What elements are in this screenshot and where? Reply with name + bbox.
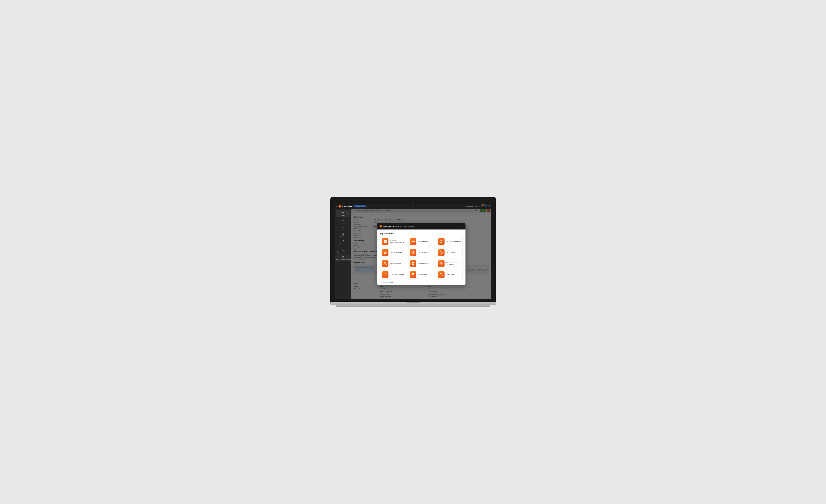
sidebar-item-importexport-label: My Import/Export Logs	[336, 250, 350, 253]
sidebar-item-explore[interactable]: ◎ Explore	[335, 225, 351, 232]
app-container: ≡ Informatica Data Integration ▾ Informa…	[335, 204, 491, 299]
modal-overlay[interactable]: Informatica Intelligent Cloud Services ×…	[351, 209, 491, 299]
laptop-shell: ≡ Informatica Data Integration ▾ Informa…	[330, 197, 496, 307]
pc-to-cloud-icon	[439, 261, 443, 266]
svg-rect-15	[412, 253, 412, 254]
service-name-data-integration: Data Integration	[390, 252, 402, 254]
service-icon-data-integration	[382, 249, 389, 256]
laptop-camera	[412, 201, 414, 202]
service-name-data-quality: Data Quality	[446, 252, 455, 254]
logo-text: Informatica	[342, 205, 352, 207]
laptop-screen: ≡ Informatica Data Integration ▾ Informa…	[335, 204, 491, 299]
sidebar-item-myjobs[interactable]: ⏱ My Jobs	[335, 239, 351, 246]
operational-insights-icon	[383, 272, 387, 277]
service-icon-b2b-partners	[438, 238, 445, 245]
cart-icon-wrapper[interactable]: 🛒 1	[481, 205, 483, 207]
service-name-mass-ingestion: Mass Ingestion	[418, 263, 429, 265]
modal-section-title: My Services	[380, 232, 463, 235]
top-navbar: ≡ Informatica Data Integration ▾ Informa…	[335, 204, 491, 209]
user-icon[interactable]: 👤	[485, 205, 487, 207]
importexport-icon: ↕	[343, 247, 344, 250]
integration-hub-icon	[383, 261, 387, 266]
administrator-icon	[411, 272, 415, 277]
b2b-gateway-icon	[411, 239, 415, 244]
service-b2b-gateway[interactable]: B2B Gateway	[408, 237, 434, 246]
app-integration-icon	[383, 239, 387, 244]
sidebar-item-bundles[interactable]: ▦ Bundles	[335, 232, 351, 239]
service-icon-b2b-gateway	[410, 238, 416, 245]
svg-rect-2	[384, 241, 385, 243]
modal-logo: Informatica	[380, 225, 394, 228]
laptop-bottom	[336, 305, 490, 307]
informatica-logo: Informatica	[339, 205, 352, 207]
explore-icon: ◎	[342, 226, 344, 229]
laptop-notch	[406, 302, 420, 303]
svg-point-7	[440, 241, 441, 241]
service-data-quality[interactable]: Data Quality	[436, 248, 463, 257]
service-icon-app-integration	[382, 238, 389, 245]
org-dropdown-arrow[interactable]: ▾	[478, 205, 479, 207]
modal-body: My Services	[377, 230, 466, 285]
sidebar-item-new[interactable]: + New...	[336, 210, 350, 217]
sidebar: + New... ⌂ Home ◎ Explore ▦	[335, 209, 351, 299]
svg-point-6	[441, 240, 442, 241]
nav-product-badge[interactable]: Data Integration	[354, 205, 366, 207]
nav-left: ≡ Informatica Data Integration ▾	[336, 205, 368, 207]
help-icon[interactable]: ?	[489, 205, 490, 207]
service-icon-mass-ingestion	[410, 260, 416, 267]
service-mass-ingestion[interactable]: Mass Ingestion	[408, 259, 434, 268]
screen-bezel: ≡ Informatica Data Integration ▾ Informa…	[330, 197, 496, 302]
modal-header: Informatica Intelligent Cloud Services ×	[377, 223, 466, 230]
service-pc-to-cloud[interactable]: PC to Cloud Conversion	[436, 259, 463, 268]
sidebar-item-home-label: Home	[341, 222, 345, 224]
service-discoveryiq[interactable]: DiscoveryIQ	[436, 270, 463, 279]
service-name-data-profiling: Data Profiling	[418, 252, 428, 254]
data-integration-icon	[383, 250, 387, 255]
svg-point-10	[385, 252, 386, 253]
svg-rect-0	[384, 240, 385, 241]
service-name-app-integration: Application Integration Console	[390, 239, 405, 244]
svg-line-27	[442, 275, 442, 275]
sidebar-item-myjobs-label: My Jobs	[340, 243, 346, 245]
service-administrator[interactable]: Administrator	[408, 270, 434, 279]
service-data-integration[interactable]: Data Integration	[380, 248, 407, 257]
service-icon-data-profiling	[410, 249, 416, 256]
svg-rect-3	[385, 241, 387, 243]
service-b2b-partners[interactable]: B2B Partners Portal	[436, 237, 463, 246]
new-icon: +	[342, 211, 344, 214]
sidebar-item-mapping-label: m_Fact_TotalMonthSales...	[335, 259, 352, 260]
hamburger-icon[interactable]: ≡	[336, 205, 338, 207]
discoveryiq-icon	[439, 272, 443, 277]
data-profiling-icon	[411, 250, 415, 255]
modal-logo-diamond	[379, 225, 382, 228]
home-icon: ⌂	[342, 219, 344, 222]
svg-point-5	[413, 241, 415, 242]
myjobs-icon: ⏱	[342, 240, 344, 243]
data-quality-icon	[439, 250, 443, 255]
service-integration-hub[interactable]: Integration Hub	[380, 259, 407, 268]
cart-badge: 1	[482, 204, 484, 206]
show-all-services-link[interactable]: Show all services	[380, 281, 463, 283]
sidebar-item-bundles-label: Bundles	[340, 236, 346, 238]
svg-point-24	[385, 273, 386, 274]
sidebar-item-mapping[interactable]: ⚙ m_Fact_TotalMonthSales...	[335, 254, 351, 261]
modal-subtitle: Intelligent Cloud Services	[395, 226, 414, 227]
org-name-label: Informatica LLC	[465, 205, 477, 207]
sidebar-item-importexport[interactable]: ↕ My Import/Export Logs	[335, 246, 351, 254]
service-icon-discoveryiq	[438, 271, 445, 278]
svg-point-4	[412, 241, 413, 242]
service-name-b2b-gateway: B2B Gateway	[418, 241, 428, 243]
service-app-integration[interactable]: Application Integration Console	[380, 237, 407, 246]
service-icon-pc-to-cloud	[438, 260, 445, 267]
service-operational-insights[interactable]: Operational Insights	[380, 270, 407, 279]
service-icon-administrator	[410, 271, 416, 278]
service-name-operational-insights: Operational Insights	[390, 273, 405, 276]
sidebar-item-home[interactable]: ⌂ Home	[335, 218, 351, 225]
bundles-icon: ▦	[342, 233, 344, 236]
nav-dropdown-arrow[interactable]: ▾	[367, 205, 368, 207]
service-name-discoveryiq: DiscoveryIQ	[446, 273, 455, 276]
logo-diamond-icon	[338, 204, 342, 208]
service-data-profiling[interactable]: Data Profiling	[408, 248, 434, 257]
svg-marker-18	[440, 251, 443, 254]
modal-close-button[interactable]: ×	[461, 225, 463, 228]
